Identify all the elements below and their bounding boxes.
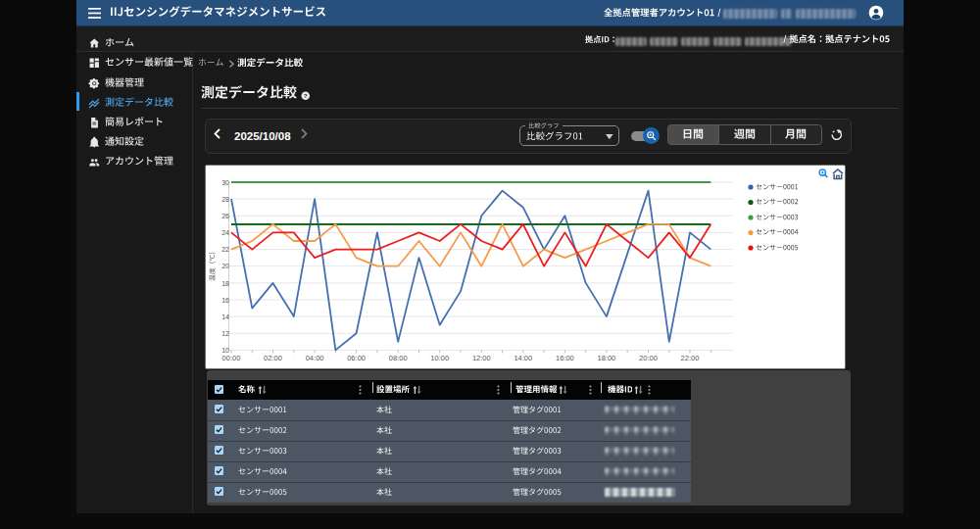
svg-text:00:00: 00:00 [222, 354, 241, 362]
svg-text:10: 10 [221, 347, 229, 354]
svg-text:06:00: 06:00 [347, 354, 366, 362]
svg-text:18: 18 [221, 280, 229, 287]
svg-text:22: 22 [221, 246, 229, 253]
svg-text:04:00: 04:00 [306, 354, 324, 362]
svg-text:30: 30 [221, 179, 229, 186]
svg-text:02:00: 02:00 [264, 354, 282, 362]
svg-text:28: 28 [221, 196, 229, 203]
svg-text:20:00: 20:00 [639, 354, 658, 362]
svg-text:14:00: 14:00 [514, 354, 532, 362]
svg-text:20: 20 [221, 263, 229, 269]
svg-text:16:00: 16:00 [556, 354, 574, 362]
svg-text:24: 24 [221, 229, 229, 236]
svg-text:08:00: 08:00 [389, 354, 408, 362]
svg-text:26: 26 [221, 213, 229, 219]
svg-text:12:00: 12:00 [472, 354, 491, 362]
svg-text:22:00: 22:00 [681, 354, 700, 362]
svg-text:10:00: 10:00 [430, 354, 449, 362]
svg-text:16: 16 [221, 297, 229, 304]
svg-text:?: ? [304, 91, 308, 98]
svg-text:14: 14 [221, 313, 229, 320]
svg-text:18:00: 18:00 [598, 354, 616, 362]
svg-text:12: 12 [221, 330, 229, 337]
